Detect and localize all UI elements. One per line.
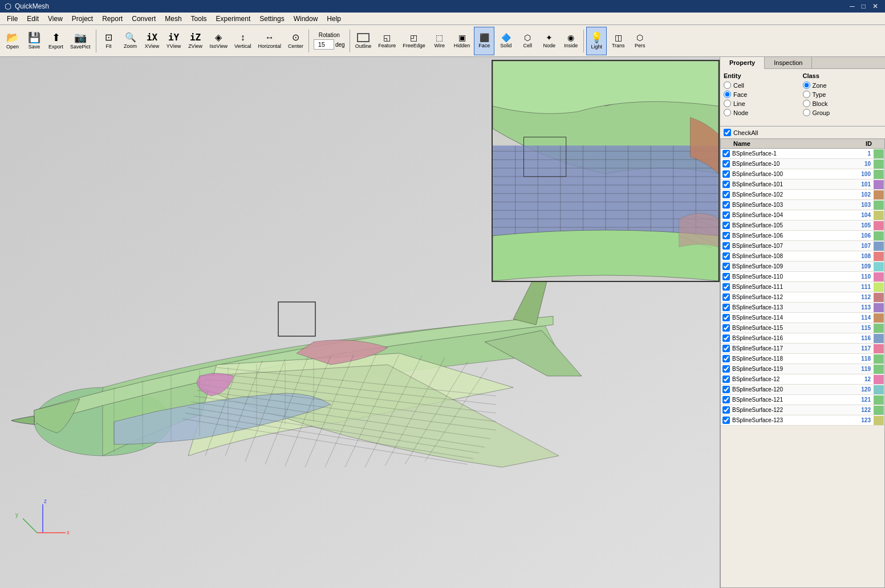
entity-checkbox[interactable] [722, 375, 730, 383]
entity-row[interactable]: BSplineSurface-112 112 [721, 292, 884, 303]
entity-row[interactable]: BSplineSurface-123 123 [721, 415, 884, 426]
entity-row[interactable]: BSplineSurface-10 10 [721, 159, 884, 169]
entity-row[interactable]: BSplineSurface-106 106 [721, 231, 884, 241]
entity-row[interactable]: BSplineSurface-103 103 [721, 200, 884, 210]
entity-checkbox[interactable] [722, 191, 730, 198]
entity-checkbox[interactable] [722, 211, 730, 219]
entity-row[interactable]: BSplineSurface-119 119 [721, 364, 884, 374]
open-button[interactable]: 📂 Open [2, 27, 23, 55]
entity-row[interactable]: BSplineSurface-104 104 [721, 210, 884, 220]
wire-button[interactable]: ⬚ Wire [429, 27, 450, 55]
entity-row[interactable]: BSplineSurface-114 114 [721, 313, 884, 323]
isoview-button[interactable]: ◈ IsoView [207, 27, 230, 55]
maximize-button[interactable]: □ [859, 2, 868, 10]
check-all-checkbox[interactable] [724, 129, 731, 136]
inside-button[interactable]: ◉ Inside [561, 27, 581, 55]
class-block-radio[interactable] [803, 100, 810, 107]
fit-button[interactable]: ⊡ Fit [99, 27, 119, 55]
entity-line-radio[interactable] [724, 100, 731, 107]
class-zone-radio[interactable] [803, 81, 810, 89]
entity-checkbox[interactable] [722, 406, 730, 414]
tab-property[interactable]: Property [720, 57, 765, 69]
export-button[interactable]: ⬆ Export [46, 27, 66, 55]
center-button[interactable]: ⊙ Center [285, 27, 306, 55]
entity-checkbox[interactable] [722, 365, 730, 373]
trans-button[interactable]: ◫ Trans [608, 27, 628, 55]
entity-row[interactable]: BSplineSurface-12 12 [721, 374, 884, 385]
vertical-button[interactable]: ↕ Vertical [232, 27, 254, 55]
entity-face-radio[interactable] [724, 91, 731, 98]
entity-row[interactable]: BSplineSurface-109 109 [721, 262, 884, 272]
entity-row[interactable]: BSplineSurface-101 101 [721, 179, 884, 190]
entity-row[interactable]: BSplineSurface-122 122 [721, 405, 884, 415]
entity-checkbox[interactable] [722, 334, 730, 342]
entity-row[interactable]: BSplineSurface-117 117 [721, 344, 884, 354]
entity-checkbox[interactable] [722, 355, 730, 362]
entity-checkbox[interactable] [722, 293, 730, 301]
entity-checkbox[interactable] [722, 386, 730, 393]
face-button[interactable]: ⬛ Face [474, 27, 494, 55]
zoom-button[interactable]: 🔍 Zoom [120, 27, 141, 55]
entity-checkbox[interactable] [722, 150, 730, 157]
zview-button[interactable]: iZ ZView [185, 27, 206, 55]
entity-checkbox[interactable] [722, 181, 730, 188]
light-button[interactable]: 💡 Light [586, 27, 607, 55]
class-type-radio[interactable] [803, 91, 810, 98]
entity-row[interactable]: BSplineSurface-113 113 [721, 303, 884, 313]
entity-row[interactable]: BSplineSurface-108 108 [721, 251, 884, 262]
node-button[interactable]: ✦ Node [539, 27, 559, 55]
entity-row[interactable]: BSplineSurface-100 100 [721, 169, 884, 179]
entity-checkbox[interactable] [722, 263, 730, 270]
entity-row[interactable]: BSplineSurface-107 107 [721, 241, 884, 251]
menu-project[interactable]: Project [67, 14, 98, 24]
entity-row[interactable]: BSplineSurface-115 115 [721, 323, 884, 333]
tab-inspection[interactable]: Inspection [765, 57, 812, 68]
entity-checkbox[interactable] [722, 273, 730, 280]
entity-row[interactable]: BSplineSurface-110 110 [721, 272, 884, 282]
entity-checkbox[interactable] [722, 345, 730, 352]
entity-checkbox[interactable] [722, 304, 730, 311]
entity-row[interactable]: BSplineSurface-102 102 [721, 190, 884, 200]
hidden-button[interactable]: ▣ Hidden [451, 27, 473, 55]
menu-convert[interactable]: Convert [127, 14, 160, 24]
menu-help[interactable]: Help [322, 14, 346, 24]
outline-button[interactable]: Outline [352, 27, 375, 55]
horizontal-button[interactable]: ↔ Horizontal [255, 27, 284, 55]
entity-checkbox[interactable] [722, 242, 730, 250]
menu-view[interactable]: View [43, 14, 67, 24]
menu-report[interactable]: Report [98, 14, 127, 24]
entity-row[interactable]: BSplineSurface-1 1 [721, 149, 884, 159]
xview-button[interactable]: iX XView [142, 27, 163, 55]
entity-checkbox[interactable] [722, 324, 730, 332]
cell-button[interactable]: ⬡ Cell [517, 27, 538, 55]
class-group-radio[interactable] [803, 109, 810, 116]
close-button[interactable]: ✕ [870, 2, 880, 10]
entity-checkbox[interactable] [722, 222, 730, 229]
entity-row[interactable]: BSplineSurface-121 121 [721, 395, 884, 405]
entity-checkbox[interactable] [722, 396, 730, 403]
menu-edit[interactable]: Edit [22, 14, 43, 24]
yview-button[interactable]: iY YView [164, 27, 184, 55]
entity-node-radio[interactable] [724, 109, 731, 116]
menu-tools[interactable]: Tools [186, 14, 212, 24]
entity-cell-radio[interactable] [724, 81, 731, 89]
feature-button[interactable]: ◱ Feature [375, 27, 399, 55]
minimize-button[interactable]: ─ [847, 2, 857, 10]
entity-list[interactable]: BSplineSurface-1 1 BSplineSurface-10 10 … [720, 149, 885, 588]
menu-experiment[interactable]: Experiment [212, 14, 255, 24]
rotation-input[interactable] [314, 39, 334, 50]
entity-checkbox[interactable] [722, 314, 730, 321]
entity-checkbox[interactable] [722, 232, 730, 239]
entity-checkbox[interactable] [722, 160, 730, 168]
menu-window[interactable]: Window [289, 14, 323, 24]
entity-checkbox[interactable] [722, 283, 730, 291]
title-bar-controls[interactable]: ─ □ ✕ [847, 2, 880, 10]
entity-row[interactable]: BSplineSurface-111 111 [721, 282, 884, 292]
entity-row[interactable]: BSplineSurface-105 105 [721, 220, 884, 231]
pers-button[interactable]: ⬡ Pers [630, 27, 650, 55]
entity-row[interactable]: BSplineSurface-118 118 [721, 354, 884, 364]
freeedge-button[interactable]: ◰ FreeEdge [400, 27, 428, 55]
entity-row[interactable]: BSplineSurface-116 116 [721, 333, 884, 344]
entity-row[interactable]: BSplineSurface-120 120 [721, 385, 884, 395]
menu-settings[interactable]: Settings [255, 14, 289, 24]
